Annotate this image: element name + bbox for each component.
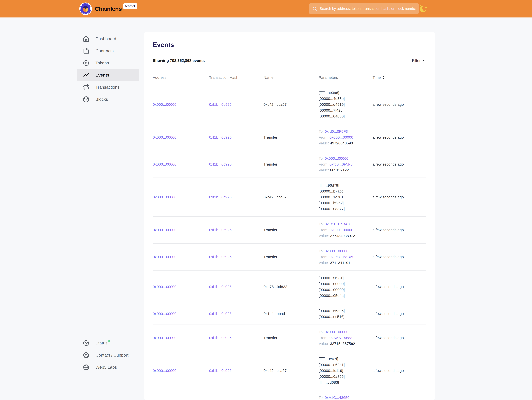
parameters-cell: To: 0xA1C...43650From: 0x000...00000Valu… [319, 395, 373, 400]
address-link[interactable]: 0x000...00000 [153, 162, 209, 166]
address-link[interactable]: 0x000...00000 [153, 195, 209, 199]
event-name: Transfer [264, 135, 319, 139]
address-link[interactable]: 0x000...00000 [153, 255, 209, 259]
sidebar-item-events[interactable]: Events [77, 69, 139, 81]
table-row: 0x000...000000xf1b...0c9260x1c4...bbad1[… [153, 303, 426, 324]
brand-name: Chainlens [95, 5, 122, 12]
transfer-param-line: Value: 49720648590 [319, 140, 370, 146]
sidebar-item-transactions[interactable]: Transactions [77, 81, 139, 93]
from-address-link[interactable]: 0xAAA...9588E [329, 336, 355, 340]
sort-icon[interactable] [382, 76, 384, 79]
address-link[interactable]: 0x000...00000 [153, 135, 209, 139]
event-name: Transfer [264, 336, 319, 340]
dark-mode-toggle[interactable] [418, 3, 429, 14]
tx-hash-link[interactable]: 0xf1b...0c926 [209, 228, 264, 232]
address-link[interactable]: 0x000...00000 [153, 336, 209, 340]
tx-hash-link[interactable]: 0xf1b...0c926 [209, 255, 264, 259]
from-address-link[interactable]: 0xFc3...BaBA0 [329, 255, 355, 259]
address-link[interactable]: 0x000...00000 [153, 102, 209, 107]
address-link[interactable]: 0x000...00000 [153, 285, 209, 289]
param-label: Value: [319, 141, 330, 145]
to-address-link[interactable]: 0xA1C...43650 [325, 395, 349, 400]
parameter-value: [00000...7f42c] [319, 107, 370, 113]
transfer-param-line: From: 0x000...00000 [319, 227, 370, 233]
param-label: Value: [319, 342, 330, 346]
from-address-link[interactable]: 0x000...00000 [329, 135, 353, 139]
time-value: a few seconds ago [373, 255, 426, 259]
transfer-param-line: From: 0xfd0...0F5F3 [319, 161, 370, 167]
from-address-link[interactable]: 0x000...00000 [329, 228, 353, 232]
column-header-transaction-hash: Transaction Hash [209, 75, 264, 80]
sidebar-item-label: Transactions [95, 85, 120, 90]
from-address-link[interactable]: 0xfd0...0F5F3 [329, 162, 353, 166]
address-link[interactable]: 0x000...00000 [153, 228, 209, 232]
sidebar-item-tokens[interactable]: Tokens [77, 57, 139, 69]
parameter-value: [00000...05e4a] [319, 293, 370, 298]
tx-hash-link[interactable]: 0xf1b...0c926 [209, 336, 264, 340]
table-header-row: Address Transaction Hash Name Parameters… [153, 75, 426, 85]
event-name: 0xd78...9d822 [264, 285, 319, 289]
tx-hash-link[interactable]: 0xf1b...0c926 [209, 135, 264, 139]
sidebar-item-status[interactable]: Status [77, 337, 139, 349]
table-row: 0x000...000000xf1b...0c926TransferTo: 0x… [153, 324, 426, 351]
transfer-param-line: To: 0xFc3...BaBA0 [319, 221, 370, 227]
document-icon [83, 48, 89, 54]
time-value: a few seconds ago [373, 336, 426, 340]
transfer-param-line: To: 0xfd0...0F5F3 [319, 129, 370, 134]
transfer-param-line: To: 0x000...00000 [319, 329, 370, 335]
sidebar-item-label: Blocks [95, 97, 108, 102]
to-address-link[interactable]: 0xFc3...BaBA0 [325, 222, 350, 226]
events-panel: Events Showing 702,352,868 events Filter… [144, 32, 435, 400]
brand[interactable]: Chainlens [79, 0, 122, 18]
sidebar-item-web3labs[interactable]: Web3 Labs [77, 361, 139, 373]
to-address-link[interactable]: 0x000...00000 [325, 156, 348, 161]
sidebar-footer-nav: Status Contact / Support Web3 Labs [77, 337, 139, 373]
param-label: To: [319, 395, 325, 400]
transfer-param-line: From: 0xFc3...BaBA0 [319, 254, 370, 260]
filter-button[interactable]: Filter [412, 58, 426, 63]
sidebar-item-contracts[interactable]: Contracts [77, 45, 139, 57]
table-row: 0x000...000000xf1b...0c926TransferTo: 0x… [153, 124, 426, 151]
address-link[interactable]: 0x000...00000 [153, 312, 209, 316]
chevron-down-icon [422, 59, 426, 63]
parameters-cell: [fffff...ae3a6][00000...4e38e][00000...d… [319, 90, 373, 119]
parameter-value: [00000...6a855] [319, 374, 370, 379]
activity-icon [83, 72, 89, 78]
token-icon [83, 60, 89, 66]
sidebar-item-contact-support[interactable]: Contact / Support [77, 349, 139, 361]
table-row: 0x000...000000xf1b...0c926TransferTo: 0x… [153, 216, 426, 243]
param-label: To: [319, 156, 325, 161]
parameter-value: [00000...fc119] [319, 368, 370, 374]
globe-icon [83, 364, 89, 371]
tx-hash-link[interactable]: 0xf1b...0c926 [209, 312, 264, 316]
parameters-cell: [00000...56d96][00000...ec516] [319, 308, 373, 320]
parameter-value: [00000...d4919] [319, 102, 370, 107]
time-value: a few seconds ago [373, 102, 426, 107]
to-address-link[interactable]: 0x000...00000 [325, 249, 348, 253]
moon-icon [418, 3, 429, 14]
tx-hash-link[interactable]: 0xf1b...0c926 [209, 368, 264, 373]
search-input[interactable] [320, 6, 415, 11]
column-header-time[interactable]: Time [373, 75, 426, 80]
tx-hash-link[interactable]: 0xf1b...0c926 [209, 195, 264, 199]
event-name: Transfer [264, 228, 319, 232]
param-label: Value: [319, 261, 330, 265]
parameter-value: [fffff...cd683] [319, 379, 370, 385]
parameter-value: [00000...f1981] [319, 275, 370, 281]
parameters-cell: [00000...f1981][00000...00000][00000...0… [319, 275, 373, 298]
to-address-link[interactable]: 0xfd0...0F5F3 [325, 129, 348, 134]
parameters-cell: To: 0x000...00000From: 0xFc3...BaBA0Valu… [319, 248, 373, 266]
time-value: a few seconds ago [373, 368, 426, 373]
tx-hash-link[interactable]: 0xf1b...0c926 [209, 162, 264, 166]
to-address-link[interactable]: 0x000...00000 [325, 330, 348, 334]
sidebar-item-dashboard[interactable]: Dashboard [77, 33, 139, 45]
transfer-value: 277434038972 [330, 234, 355, 238]
tx-hash-link[interactable]: 0xf1b...0c926 [209, 102, 264, 107]
tx-hash-link[interactable]: 0xf1b...0c926 [209, 285, 264, 289]
address-link[interactable]: 0x000...00000 [153, 368, 209, 373]
table-row: 0x000...000000xf1b...0c926TransferTo: 0x… [153, 243, 426, 270]
sidebar-item-blocks[interactable]: Blocks [77, 93, 139, 105]
time-value: a few seconds ago [373, 162, 426, 166]
table-row: 0x000...000000xf1b...0c9260xc42...cca67[… [153, 85, 426, 124]
event-name: 0xc42...cca67 [264, 368, 319, 373]
